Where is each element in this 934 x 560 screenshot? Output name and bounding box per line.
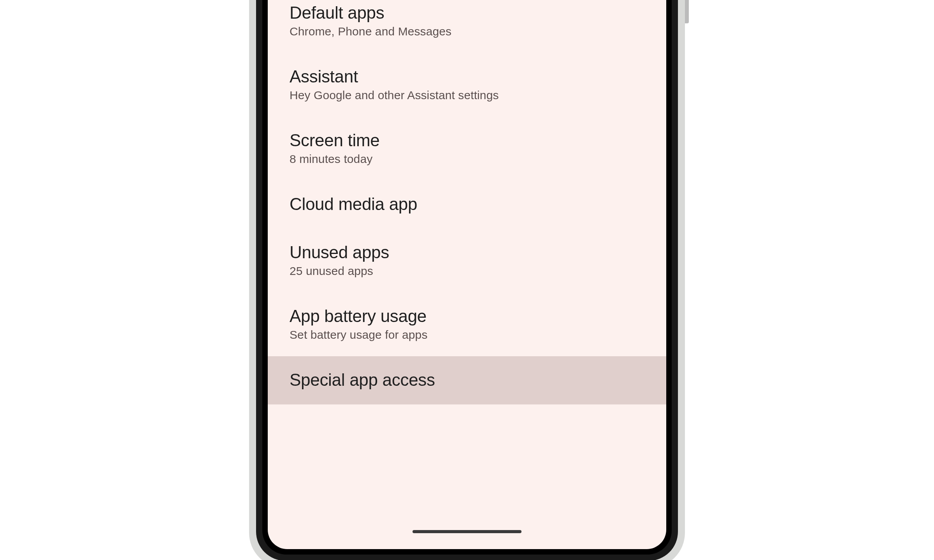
settings-item-app-battery-usage[interactable]: App battery usage Set battery usage for … [268, 292, 666, 356]
settings-item-unused-apps[interactable]: Unused apps 25 unused apps [268, 229, 666, 292]
settings-list: Default apps Chrome, Phone and Messages … [268, 0, 666, 404]
phone-frame: Default apps Chrome, Phone and Messages … [249, 0, 685, 560]
settings-item-title: Unused apps [290, 243, 644, 262]
navigation-bar [268, 522, 666, 549]
settings-item-subtitle: Set battery usage for apps [290, 328, 644, 341]
settings-item-title: Special app access [290, 370, 644, 390]
settings-item-title: Default apps [290, 3, 644, 23]
settings-item-subtitle: Hey Google and other Assistant settings [290, 89, 644, 102]
phone-body: Default apps Chrome, Phone and Messages … [256, 0, 678, 560]
phone-side-button [685, 0, 689, 23]
settings-item-assistant[interactable]: Assistant Hey Google and other Assistant… [268, 53, 666, 117]
settings-item-subtitle: Chrome, Phone and Messages [290, 25, 644, 38]
settings-item-title: Assistant [290, 67, 644, 86]
gesture-pill[interactable] [413, 530, 521, 533]
settings-item-cloud-media-app[interactable]: Cloud media app [268, 180, 666, 229]
settings-item-title: App battery usage [290, 306, 644, 326]
phone-screen-border: Default apps Chrome, Phone and Messages … [262, 0, 672, 555]
settings-item-subtitle: 25 unused apps [290, 264, 644, 278]
settings-item-title: Screen time [290, 131, 644, 150]
settings-item-special-app-access[interactable]: Special app access [268, 356, 666, 404]
settings-item-title: Cloud media app [290, 194, 644, 214]
phone-screen: Default apps Chrome, Phone and Messages … [268, 0, 666, 549]
settings-item-screen-time[interactable]: Screen time 8 minutes today [268, 117, 666, 180]
settings-item-default-apps[interactable]: Default apps Chrome, Phone and Messages [268, 3, 666, 53]
settings-item-subtitle: 8 minutes today [290, 152, 644, 166]
